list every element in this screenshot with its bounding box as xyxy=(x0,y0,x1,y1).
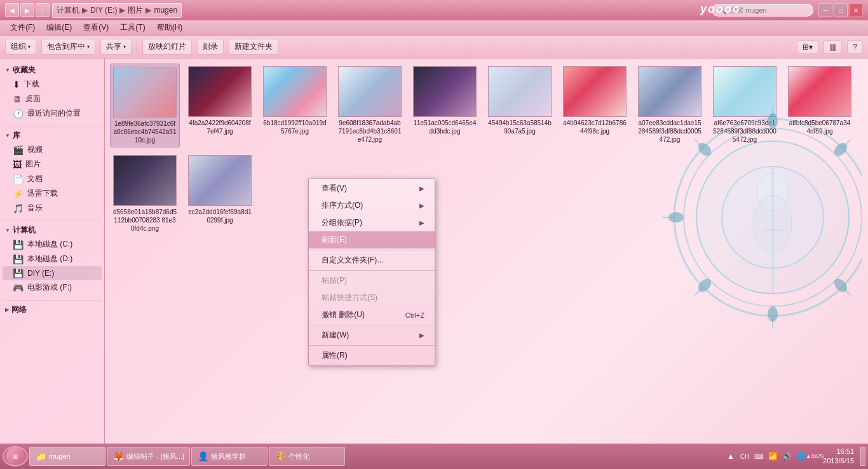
file-name-3: 6b18cd1992ff10a019d5767e.jpg xyxy=(262,119,327,135)
file-item-5[interactable]: 11e51ac005cd6465e4dd3bdc.jpg xyxy=(410,64,480,147)
taskbar-group-icon: 👤 xyxy=(197,451,208,462)
taskbar: ⊞ 📁 mugen 🦊 编辑帖子 - [狼风...] 👤 狼风教学群 🎨 个性化… xyxy=(0,444,868,469)
ctx-group[interactable]: 分组依据(P) ▶ xyxy=(309,214,435,231)
ctx-view-label: 查看(V) xyxy=(322,183,347,194)
sidebar-divider-3 xyxy=(3,300,102,301)
thunder-icon: ⚡ xyxy=(13,189,24,199)
ctx-new-label: 新建(W) xyxy=(322,330,349,341)
sidebar-item-pictures[interactable]: 🖼 图片 xyxy=(3,157,102,172)
taskbar-edit-label: 编辑帖子 - [狼风...] xyxy=(126,452,184,461)
file-item-9[interactable]: af6e763e6709c93de15284589f3df88dcd000547… xyxy=(710,64,780,147)
library-header[interactable]: ▼ 库 xyxy=(3,129,102,142)
file-name-6: 45494b15c63a58514b90a7a5.jpg xyxy=(487,119,552,135)
ctx-view[interactable]: 查看(V) ▶ xyxy=(309,180,435,197)
desktop-icon: 🖥 xyxy=(13,94,22,104)
new-folder-button[interactable]: 新建文件夹 xyxy=(229,39,278,55)
file-item-10[interactable]: affbfc8d5be06787a344df59.jpg xyxy=(785,64,855,147)
ctx-undo-delete[interactable]: 撤销 删除(U) Ctrl+Z xyxy=(309,306,435,323)
close-button[interactable]: ✕ xyxy=(849,3,863,17)
tray-icon-2[interactable]: 📶 xyxy=(767,451,778,462)
tray-icon-network[interactable]: 🌐 xyxy=(795,451,806,462)
file-item-4[interactable]: 9e608f18367adab4ab7191ec8bd4b31c8601e472… xyxy=(335,64,405,147)
ctx-refresh[interactable]: 刷新(E) xyxy=(309,231,435,248)
clock-area[interactable]: 16:51 2013/6/15 xyxy=(823,447,854,466)
forward-button[interactable]: ▶ xyxy=(20,3,34,17)
file-item-1[interactable]: 1e89fe36afc37931c6fa0c86ebc4b74542a9110c… xyxy=(110,64,180,147)
taskbar-item-personalize[interactable]: 🎨 个性化 xyxy=(269,447,345,466)
svg-line-11 xyxy=(842,287,851,296)
context-menu: 查看(V) ▶ 排序方式(O) ▶ 分组依据(P) ▶ 刷新(E) 自定义文件夹… xyxy=(308,178,435,366)
ctx-sep-2 xyxy=(309,270,435,271)
menu-view[interactable]: 查看(V) xyxy=(78,21,114,34)
breadcrumb-pictures[interactable]: 图片 xyxy=(128,5,143,16)
menu-edit[interactable]: 编辑(E) xyxy=(41,21,77,34)
sidebar-item-thunder[interactable]: ⚡ 迅雷下载 xyxy=(3,186,102,201)
ctx-properties[interactable]: 属性(R) xyxy=(309,347,435,364)
share-button[interactable]: 共享 ▾ xyxy=(100,39,132,55)
tray-icon-3[interactable]: 🔊 xyxy=(781,451,792,462)
sidebar-item-drive-f[interactable]: 🎮 电影游戏 (F:) xyxy=(3,280,102,295)
pictures-icon: 🖼 xyxy=(13,160,22,170)
file-item-3[interactable]: 6b18cd1992ff10a019d5767e.jpg xyxy=(260,64,330,147)
tray-ch[interactable]: CH xyxy=(739,451,750,462)
file-name-10: affbfc8d5be06787a344df59.jpg xyxy=(787,119,852,135)
breadcrumb[interactable]: 计算机 ▶ DIY (E:) ▶ 图片 ▶ mugen xyxy=(52,3,182,18)
file-name-2: 4fa2a2422f9d604208f7ef47.jpg xyxy=(187,119,252,135)
ctx-customize[interactable]: 自定义文件夹(F)... xyxy=(309,252,435,269)
tray-icon-1[interactable]: ⌨ xyxy=(753,451,764,462)
svg-point-13 xyxy=(768,306,778,322)
menu-help[interactable]: 帮助(H) xyxy=(152,21,188,34)
menu-tools[interactable]: 工具(T) xyxy=(115,21,150,34)
ctx-sort[interactable]: 排序方式(O) ▶ xyxy=(309,197,435,214)
sidebar-item-video[interactable]: 🎬 视频 xyxy=(3,142,102,157)
help-button[interactable]: ? xyxy=(847,40,863,54)
network-header[interactable]: ▶ 网络 xyxy=(3,303,102,316)
taskbar-item-edit[interactable]: 🦊 编辑帖子 - [狼风...] xyxy=(107,447,190,466)
breadcrumb-computer[interactable]: 计算机 xyxy=(57,5,79,16)
file-item-8[interactable]: a07ee83cddac1dae15284589f3df88dcd0005472… xyxy=(635,64,705,147)
view-options-button[interactable]: ⊞▾ xyxy=(797,40,818,54)
show-desktop-button[interactable] xyxy=(860,447,865,466)
ctx-new[interactable]: 新建(W) ▶ xyxy=(309,327,435,344)
sidebar-item-drive-c[interactable]: 💾 本地磁盘 (C:) xyxy=(3,237,102,252)
ctx-customize-label: 自定义文件夹(F)... xyxy=(322,255,383,266)
favorites-label: 收藏夹 xyxy=(13,65,36,76)
favorites-header[interactable]: ▼ 收藏夹 xyxy=(3,64,102,77)
file-item-6[interactable]: 45494b15c63a58514b90a7a5.jpg xyxy=(485,64,555,147)
menu-file[interactable]: 文件(F) xyxy=(5,21,40,34)
back-button[interactable]: ◀ xyxy=(5,3,19,17)
taskbar-item-mugen[interactable]: 📁 mugen xyxy=(29,447,105,466)
sidebar-item-desktop[interactable]: 🖥 桌面 xyxy=(3,92,102,106)
taskbar-item-group[interactable]: 👤 狼风教学群 xyxy=(191,447,268,466)
breadcrumb-mugen[interactable]: mugen xyxy=(154,6,177,15)
sidebar-item-recent[interactable]: 🕐 最近访问的位置 xyxy=(3,106,102,121)
file-item-2[interactable]: 4fa2a2422f9d604208f7ef47.jpg xyxy=(185,64,255,147)
search-input[interactable] xyxy=(729,6,806,14)
sidebar-item-drive-d[interactable]: 💾 本地磁盘 (D:) xyxy=(3,252,102,266)
file-thumb-2 xyxy=(188,66,252,117)
toolbar-separator-1 xyxy=(137,41,137,53)
file-item-11[interactable]: d5658e01a18b87d6d5112bb00708283 81e30fd4… xyxy=(110,153,180,235)
sidebar-item-download[interactable]: ⬇ 下载 xyxy=(3,77,102,92)
title-bar-left: ◀ ▶ ↑ 计算机 ▶ DIY (E:) ▶ 图片 ▶ mugen xyxy=(5,3,182,18)
up-button[interactable]: ↑ xyxy=(36,3,50,17)
preview-button[interactable]: ▥ xyxy=(824,40,842,54)
minimize-button[interactable]: ─ xyxy=(818,3,832,17)
sidebar-item-music[interactable]: 🎵 音乐 xyxy=(3,201,102,215)
maximize-button[interactable]: □ xyxy=(834,3,848,17)
content-area[interactable]: 1e89fe36afc37931c6fa0c86ebc4b74542a9110c… xyxy=(105,58,868,454)
include-library-button[interactable]: 包含到库中 ▾ xyxy=(41,39,95,55)
burn-button[interactable]: 刻录 xyxy=(197,39,224,55)
sidebar-item-drive-e[interactable]: 💾 DIY (E:) xyxy=(3,266,102,280)
ctx-paste-label: 粘贴(P) xyxy=(322,275,347,286)
file-item-7[interactable]: a4b94623c7d12b678644f98c.jpg xyxy=(560,64,630,147)
start-button[interactable]: ⊞ xyxy=(3,446,28,466)
tray-arrow[interactable]: ▲ xyxy=(725,451,736,462)
breadcrumb-drive[interactable]: DIY (E:) xyxy=(90,6,117,15)
computer-header[interactable]: ▼ 计算机 xyxy=(3,224,102,237)
slideshow-button[interactable]: 放映幻灯片 xyxy=(142,39,192,55)
organize-button[interactable]: 组织 ▾ xyxy=(5,39,36,55)
sidebar-item-docs[interactable]: 📄 文档 xyxy=(3,172,102,186)
music-icon: 🎵 xyxy=(13,203,24,214)
file-item-12[interactable]: ec2a2ddd16fef69a8d10299f.jpg xyxy=(185,153,255,235)
